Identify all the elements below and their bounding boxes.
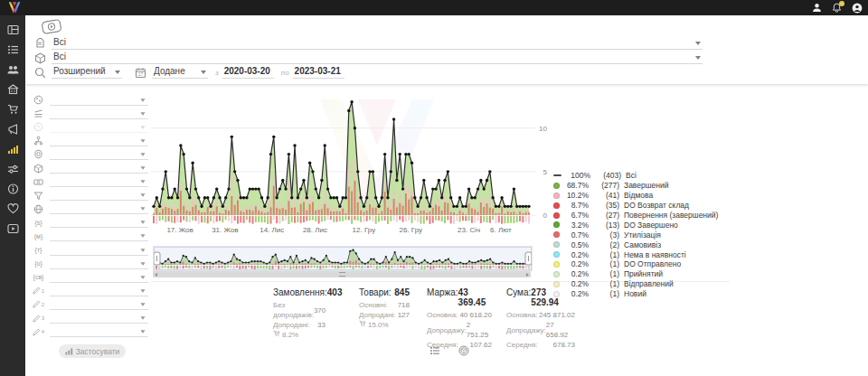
filter-select[interactable]	[50, 108, 148, 119]
scroll-left-icon[interactable]	[155, 273, 157, 277]
sidebar-item-dashboard[interactable]	[6, 24, 19, 35]
video-hint-icon[interactable]	[41, 18, 62, 35]
pencil-icon: 3	[33, 314, 44, 324]
filter-select[interactable]	[50, 122, 148, 133]
sidebar-item-customers[interactable]	[6, 63, 19, 75]
filter-select[interactable]	[50, 299, 148, 310]
legend-item[interactable]: 8.7%(35)DO Возврат склад	[553, 201, 734, 211]
pencil-number: 1	[42, 288, 44, 294]
filter-select[interactable]	[50, 272, 148, 283]
legend-swatch-icon	[553, 261, 560, 268]
filter-select[interactable]	[50, 258, 148, 269]
stats-row: Замовлення:403Без допродажів:370Допродан…	[151, 287, 576, 340]
scroll-grip[interactable]	[339, 272, 345, 277]
filter-select[interactable]	[50, 163, 148, 174]
filter-row-token-o: {о}	[33, 257, 148, 270]
filter-select[interactable]	[50, 286, 148, 296]
legend-item[interactable]: 0.7%(3)Утилізація	[553, 230, 734, 240]
filter-select[interactable]	[50, 245, 148, 256]
legend-item[interactable]: 0.5%(2)Самовивіз	[553, 240, 734, 249]
search-mode-select[interactable]: Розширений	[52, 66, 122, 79]
legend-item[interactable]: 3.2%(13)DO Завершено	[553, 220, 734, 230]
stat-sub-value: 245 871.02	[539, 310, 575, 320]
legend-item[interactable]: 10.2%(41)Відмова	[553, 191, 734, 201]
apply-button[interactable]: Застосувати	[59, 344, 126, 358]
legend-label: Всі	[626, 171, 637, 180]
stat-sub-label: Основна:	[506, 311, 537, 319]
pencil-number: 4	[42, 329, 44, 334]
legend-label: Прийнятий	[624, 269, 663, 278]
token-t-icon: {т}	[35, 247, 42, 253]
status-filter-select[interactable]: Всі	[52, 37, 703, 50]
legend-label: Відмова	[624, 191, 653, 200]
legend-item[interactable]: 0.2%(1)DO Отправлено	[553, 259, 734, 269]
tag-icon	[34, 38, 46, 50]
stat-sub-label: Допродажу:	[506, 326, 546, 334]
filter-row-custom-1: 1	[33, 284, 148, 297]
legend-swatch-icon	[553, 202, 560, 209]
stat-sub-label: Допродані:	[273, 321, 310, 329]
filter-select[interactable]	[50, 203, 148, 214]
stat-sub-value: 718	[398, 300, 410, 310]
filter-select[interactable]	[50, 230, 148, 241]
filter-select[interactable]	[50, 190, 148, 201]
legend-item[interactable]: 68.7%(277)Завершений	[553, 181, 734, 191]
legend-item[interactable]: 0.2%(1)Прийнятий	[553, 269, 734, 279]
filter-row-web	[33, 202, 148, 216]
sitemap-icon	[33, 136, 44, 146]
legend-percent: 3.2%	[563, 221, 589, 230]
filter-row-token-s: {s}	[33, 216, 148, 230]
sidebar-item-store[interactable]	[6, 83, 19, 95]
sidebar-item-info[interactable]	[6, 183, 19, 194]
date-from-input[interactable]: 2020-03-20	[222, 66, 274, 79]
legend-swatch-icon	[553, 231, 560, 238]
filter-select[interactable]	[50, 136, 148, 146]
pencil-number: 2	[42, 302, 44, 307]
notifications-bell-icon[interactable]	[831, 2, 843, 14]
chevron-down-icon	[140, 180, 145, 183]
filter-select[interactable]	[50, 326, 148, 337]
sidebar-item-video[interactable]	[6, 222, 19, 234]
filter-row-payment	[33, 175, 148, 189]
legend-item[interactable]: 0.2%(1)Нема в наявності	[553, 249, 734, 259]
stat-sub-value: 27 658.92	[546, 320, 575, 340]
sidebar-item-orders[interactable]	[6, 43, 19, 55]
list-view-icon[interactable]	[429, 345, 440, 356]
legend-item[interactable]: 0.2%(1)Відправлений	[553, 279, 734, 289]
legend-swatch-icon	[553, 212, 560, 219]
sidebar-item-campaigns[interactable]	[6, 123, 19, 135]
stat-sub-row: 15.0%	[359, 320, 410, 330]
legend-label: Самовивіз	[624, 240, 661, 249]
account-avatar-icon[interactable]	[851, 2, 863, 14]
sidebar-item-support[interactable]	[6, 202, 19, 214]
filter-row-custom-4: 4	[33, 325, 148, 339]
filter-head: Всі Всі Розширений 17 Додане з 2020-03-2…	[25, 15, 868, 84]
date-to-input[interactable]: 2023-03-21	[293, 66, 344, 79]
filter-select[interactable]	[50, 95, 148, 106]
filter-select[interactable]	[50, 176, 148, 187]
legend-item[interactable]: 100%(403)Всі	[553, 171, 734, 181]
sidebar-item-analytics[interactable]	[6, 143, 19, 155]
app-logo-icon[interactable]	[7, 1, 22, 14]
sidebar-item-settings[interactable]	[6, 163, 19, 174]
legend-percent: 0.7%	[563, 230, 589, 240]
product-filter-select[interactable]: Всі	[52, 52, 703, 64]
filter-select[interactable]	[50, 149, 148, 160]
chart-navigator[interactable]	[153, 246, 533, 271]
filter-select[interactable]	[50, 217, 148, 228]
scroll-right-icon[interactable]	[526, 273, 529, 277]
filter-row-help: ?	[33, 120, 148, 134]
products-globe-icon[interactable]	[458, 345, 469, 356]
filter-select[interactable]	[50, 313, 148, 324]
sidebar-item-cart[interactable]	[6, 103, 19, 115]
user-icon[interactable]	[811, 2, 823, 14]
legend-item[interactable]: 0.2%(1)Новий	[553, 289, 734, 299]
svg-text:10: 10	[539, 125, 547, 133]
legend-percent: 0.2%	[563, 279, 589, 288]
legend-item[interactable]: 6.7%(27)Повернення (завершений)	[553, 211, 734, 221]
stat-label: Замовлення:	[273, 287, 327, 297]
stat-sub-label: Основна:	[427, 311, 458, 319]
chart-scrollbar[interactable]	[153, 271, 531, 277]
date-field-select[interactable]: Додане	[152, 66, 208, 79]
stat-value: 403	[327, 287, 343, 297]
